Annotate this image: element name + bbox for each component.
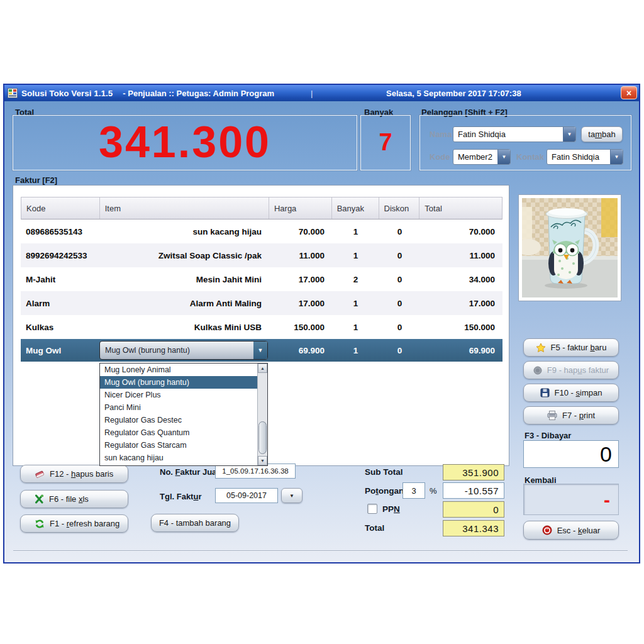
nama-combobox[interactable]: Fatin Shidqia ▼ — [453, 126, 576, 142]
ppn-checkbox[interactable] — [367, 504, 377, 514]
cell-kode: 089686535143 — [21, 227, 99, 236]
cell-harga: 69.900 — [269, 346, 332, 355]
f5-faktur-baru-button[interactable]: F5 - faktur baru — [523, 338, 619, 357]
tambah-button[interactable]: tambah — [581, 126, 623, 142]
refresh-icon — [35, 519, 45, 529]
cell-banyak: 2 — [332, 275, 379, 284]
table-row[interactable]: 089686535143 sun kacang hijau 70.000 1 0… — [21, 219, 502, 243]
kontak-combo-arrow-icon[interactable]: ▼ — [610, 150, 623, 164]
cell-total: 34.000 — [420, 275, 502, 284]
f10-simpan-button[interactable]: F10 - simpan — [523, 384, 619, 402]
f6-file-xls-button[interactable]: F6 - file xls — [20, 490, 128, 508]
cell-banyak: 1 — [332, 346, 379, 355]
table-row-selected[interactable]: Mug Owl Mug Owl (burung hantu) ▼ 69.900 … — [21, 339, 502, 362]
cell-total: 11.000 — [420, 251, 502, 260]
dropdown-item[interactable]: Regulator Gas Destec — [100, 414, 257, 426]
esc-label: Esc - keluar — [557, 526, 601, 535]
scroll-up-icon[interactable]: ▲ — [258, 364, 267, 373]
nama-combo-arrow-icon[interactable]: ▼ — [563, 127, 575, 142]
app-window: Solusi Toko Versi 1.1.5 - Penjualan :: P… — [3, 84, 640, 564]
f4-tambah-barang-button[interactable]: F4 - tambah barang — [151, 514, 239, 532]
table-row[interactable]: Alarm Alarm Anti Maling 17.000 1 0 17.00… — [21, 291, 502, 315]
potongan-value: -10.557 — [443, 482, 504, 499]
faktur-group-label: Faktur [F2] — [15, 175, 57, 185]
ppn-value: 0 — [443, 501, 504, 518]
cell-diskon: 0 — [379, 275, 420, 284]
grand-total-value: 341.343 — [443, 520, 504, 536]
total-display: 341.300 — [13, 115, 357, 170]
dropdown-item[interactable]: Regulator Gas Starcam — [100, 439, 257, 452]
kode-combobox[interactable]: Member2 ▼ — [453, 149, 511, 165]
dibayar-input[interactable]: 0 — [523, 440, 619, 468]
grand-total-label: Total — [365, 523, 384, 533]
disabled-circle-icon — [533, 366, 542, 375]
dropdown-item[interactable]: Mug Lonely Animal — [100, 364, 257, 376]
cell-banyak: 1 — [332, 251, 379, 260]
esc-keluar-button[interactable]: Esc - keluar — [523, 521, 619, 540]
cell-item: Alarm Anti Maling — [99, 299, 269, 308]
dropdown-item[interactable]: Nicer Dicer Plus — [100, 389, 257, 401]
header-banyak[interactable]: Banyak — [332, 197, 379, 219]
item-combobox[interactable]: Mug Owl (burung hantu) ▼ — [99, 341, 268, 360]
close-button[interactable]: × — [621, 86, 637, 99]
window-title: Solusi Toko Versi 1.1.5 — [21, 89, 113, 98]
cell-banyak: 1 — [332, 323, 379, 332]
tgl-faktur-input[interactable]: 05-09-2017 — [215, 488, 278, 503]
screenshot-page: Solusi Toko Versi 1.1.5 - Penjualan :: P… — [0, 0, 644, 644]
table-row[interactable]: Kulkas Kulkas Mini USB 150.000 1 0 150.0… — [21, 315, 502, 339]
f4-label: F4 - tambah barang — [159, 518, 231, 528]
titlebar-datetime: Selasa, 5 September 2017 17:07:38 — [386, 89, 521, 98]
f1-refresh-barang-button[interactable]: F1 - refresh barang — [20, 514, 128, 533]
scroll-down-icon[interactable]: ▼ — [258, 456, 267, 465]
potongan-percent-input[interactable]: 3 — [402, 482, 425, 499]
faktur-panel: Kode Item Harga Banyak Diskon Total 0896… — [13, 185, 509, 466]
f12-hapus-baris-button[interactable]: F12 - hapus baris — [20, 465, 128, 483]
invoice-table: Kode Item Harga Banyak Diskon Total 0896… — [21, 197, 502, 362]
scrollbar-thumb[interactable] — [258, 421, 267, 454]
f7-print-button[interactable]: F7 - print — [523, 406, 619, 425]
banyak-display: 7 — [360, 115, 411, 170]
dropdown-item-selected[interactable]: Mug Owl (burung hantu) — [100, 376, 257, 389]
cell-item: Zwitsal Soap Classic /pak — [99, 251, 269, 260]
cell-harga: 17.000 — [269, 299, 332, 308]
kode-value: Member2 — [453, 150, 497, 164]
cell-total: 17.000 — [420, 299, 502, 308]
date-picker-button[interactable]: ▼ — [281, 488, 303, 503]
cell-diskon: 0 — [379, 346, 420, 355]
sub-total-value: 351.900 — [443, 464, 504, 480]
header-diskon[interactable]: Diskon — [379, 197, 420, 219]
app-icon — [8, 88, 18, 98]
table-row[interactable]: M-Jahit Mesin Jahit Mini 17.000 2 0 34.0… — [21, 267, 502, 291]
f7-label: F7 - print — [562, 411, 595, 420]
dropdown-item[interactable]: Regulator Gas Quantum — [100, 426, 257, 439]
cell-total: 70.000 — [420, 227, 502, 236]
dropdown-item[interactable]: Panci Mini — [100, 401, 257, 414]
dropdown-scrollbar[interactable]: ▲ ▼ — [257, 364, 267, 465]
kode-label: Kode — [430, 152, 450, 162]
calendar-arrow-icon: ▼ — [289, 493, 294, 499]
cell-kode: Mug Owl — [21, 346, 99, 355]
item-combo-arrow-icon[interactable]: ▼ — [253, 341, 267, 359]
nama-label: Nama — [430, 130, 452, 139]
table-row[interactable]: 8992694242533 Zwitsal Soap Classic /pak … — [21, 243, 502, 267]
titlebar-separator: | — [311, 89, 313, 98]
cell-total: 69.900 — [420, 346, 502, 355]
bottom-divider — [13, 550, 628, 552]
dibayar-label: F3 - Dibayar — [525, 431, 571, 440]
header-kode[interactable]: Kode — [21, 197, 100, 219]
cell-banyak: 1 — [332, 227, 379, 236]
header-harga[interactable]: Harga — [269, 197, 332, 219]
cell-diskon: 0 — [379, 251, 420, 260]
exit-icon — [542, 525, 552, 535]
header-item[interactable]: Item — [100, 197, 269, 219]
kontak-combobox[interactable]: Fatin Shidqia ▼ — [547, 149, 623, 165]
dropdown-item[interactable]: sun kacang hijau — [100, 452, 257, 464]
title-bar: Solusi Toko Versi 1.1.5 - Penjualan :: P… — [4, 85, 639, 101]
cell-item: Kulkas Mini USB — [99, 323, 269, 332]
save-floppy-icon — [540, 388, 550, 397]
item-combobox-value: Mug Owl (burung hantu) — [100, 341, 253, 359]
cell-kode: Alarm — [21, 299, 99, 308]
cell-harga: 70.000 — [269, 227, 332, 236]
kode-combo-arrow-icon[interactable]: ▼ — [497, 150, 510, 164]
header-total[interactable]: Total — [419, 197, 502, 219]
